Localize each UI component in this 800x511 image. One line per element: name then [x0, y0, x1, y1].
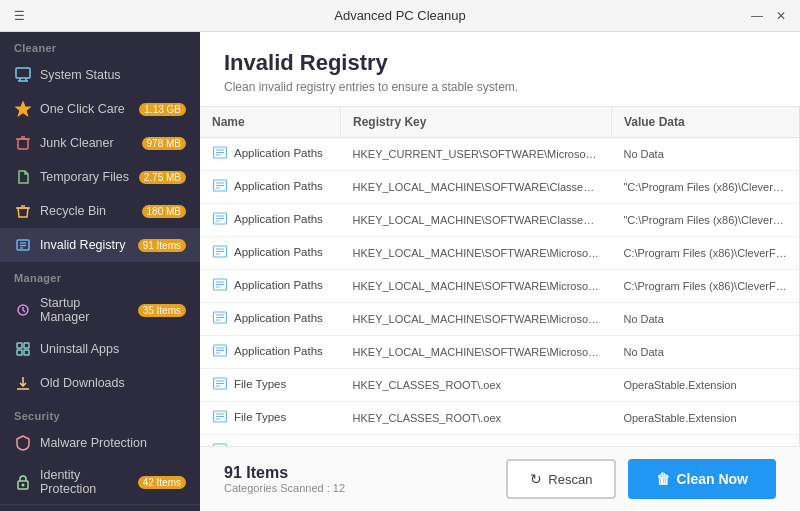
sidebar-item-identity-protection[interactable]: Identity Protection 42 Items [0, 460, 200, 504]
col-registry-key-header: Registry Key [341, 107, 612, 138]
clean-label: Clean Now [676, 471, 748, 487]
table-row: Application Paths HKEY_CURRENT_USER\SOFT… [200, 138, 799, 171]
sidebar-item-label: Startup Manager [40, 296, 130, 324]
cleaner-section-label: Cleaner [0, 32, 200, 58]
row-value-data: "C:\Program Files (x86)\CleverFile... [611, 171, 799, 204]
page-title: Invalid Registry [224, 50, 776, 76]
registry-row-icon [212, 376, 228, 392]
row-name-text: File Types [234, 378, 286, 390]
table-row: Application Paths HKEY_LOCAL_MACHINE\SOF… [200, 204, 799, 237]
svg-rect-15 [17, 343, 22, 348]
sidebar-item-label: Old Downloads [40, 376, 186, 390]
row-name: Application Paths [200, 171, 341, 204]
close-button[interactable]: ✕ [772, 7, 790, 25]
registry-row-icon [212, 211, 228, 227]
title-bar-left: ☰ [10, 7, 28, 25]
row-registry-key: HKEY_LOCAL_MACHINE\SOFTWARE\Classes\Appl… [341, 204, 612, 237]
col-name-header: Name [200, 107, 341, 138]
table-row: Application Paths HKEY_LOCAL_MACHINE\SOF… [200, 171, 799, 204]
sidebar-item-label: System Status [40, 68, 186, 82]
minimize-button[interactable]: — [748, 7, 766, 25]
page-subtitle: Clean invalid registry entries to ensure… [224, 80, 776, 94]
content-header: Invalid Registry Clean invalid registry … [200, 32, 800, 107]
row-value-data: No Data [611, 336, 799, 369]
registry-badge: 91 Items [138, 239, 186, 252]
sidebar-item-uninstall-apps[interactable]: Uninstall Apps [0, 332, 200, 366]
registry-table-container[interactable]: Name Registry Key Value Data [200, 107, 800, 446]
sidebar-item-malware-protection[interactable]: Malware Protection [0, 426, 200, 460]
monitor-icon [14, 66, 32, 84]
rescan-label: Rescan [548, 472, 592, 487]
row-name: Application Paths [200, 303, 341, 336]
rescan-button[interactable]: ↻ Rescan [506, 459, 616, 499]
row-value-data: "C:\Program Files (x86)\CleverFile... [611, 204, 799, 237]
row-name-text: Application Paths [234, 345, 323, 357]
sidebar-item-label: One Click Care [40, 102, 131, 116]
svg-rect-0 [16, 68, 30, 78]
row-value-data: OperaStable.Extension [611, 402, 799, 435]
registry-row-icon [212, 409, 228, 425]
row-registry-key: HKEY_LOCAL_MACHINE\SOFTWARE\Microsoft\Wi… [341, 270, 612, 303]
window-controls: — ✕ [748, 7, 790, 25]
clean-icon: 🗑 [656, 471, 670, 487]
svg-rect-18 [24, 350, 29, 355]
row-name-text: Application Paths [234, 147, 323, 159]
one-click-badge: 1.13 GB [139, 103, 186, 116]
registry-row-icon [212, 244, 228, 260]
content-footer: 91 Items Categories Scanned : 12 ↻ Resca… [200, 446, 800, 511]
svg-rect-17 [17, 350, 22, 355]
identity-badge: 42 Items [138, 476, 186, 489]
table-row: Application Paths HKEY_LOCAL_MACHINE\SOF… [200, 303, 799, 336]
sidebar-item-startup-manager[interactable]: Startup Manager 35 Items [0, 288, 200, 332]
sidebar-item-old-downloads[interactable]: Old Downloads [0, 366, 200, 400]
row-name: File Types [200, 435, 341, 447]
row-value-data: No Data [611, 138, 799, 171]
svg-rect-16 [24, 343, 29, 348]
sidebar-item-label: Identity Protection [40, 468, 130, 496]
svg-rect-5 [18, 139, 28, 149]
trash-icon [14, 134, 32, 152]
recycle-badge: 180 MB [142, 205, 186, 218]
row-name: Application Paths [200, 237, 341, 270]
row-name: File Types [200, 402, 341, 435]
junk-badge: 978 MB [142, 137, 186, 150]
registry-row-icon [212, 310, 228, 326]
row-registry-key: HKEY_CURRENT_USER\SOFTWARE\Microsoft\Win… [341, 138, 612, 171]
row-name-text: Application Paths [234, 312, 323, 324]
svg-marker-4 [16, 102, 30, 116]
sidebar-item-system-status[interactable]: System Status [0, 58, 200, 92]
menu-icon[interactable]: ☰ [10, 7, 28, 25]
table-row: File Types HKEY_CLASSES_ROOT\.oex OperaS… [200, 402, 799, 435]
sidebar-item-temporary-files[interactable]: Temporary Files 2.75 MB [0, 160, 200, 194]
row-name-text: File Types [234, 411, 286, 423]
clean-now-button[interactable]: 🗑 Clean Now [628, 459, 776, 499]
row-registry-key: HKEY_LOCAL_MACHINE\SOFTWARE\Microsoft\Wi… [341, 237, 612, 270]
row-name: File Types [200, 369, 341, 402]
footer-info: 91 Items Categories Scanned : 12 [224, 464, 345, 494]
row-name: Application Paths [200, 204, 341, 237]
sidebar-item-label: Invalid Registry [40, 238, 130, 252]
registry-row-icon [212, 178, 228, 194]
row-name-text: Application Paths [234, 213, 323, 225]
startup-icon [14, 301, 32, 319]
startup-badge: 35 Items [138, 304, 186, 317]
manager-section-label: Manager [0, 262, 200, 288]
table-row: Application Paths HKEY_LOCAL_MACHINE\SOF… [200, 336, 799, 369]
lock-icon [14, 473, 32, 491]
row-value-data: C:\Program Files (x86)\CleverFiles\... [611, 270, 799, 303]
items-count: 91 Items [224, 464, 345, 482]
row-value-data: OperaStable.Extension [611, 369, 799, 402]
table-row: File Types HKEY_CLASSES_ROOT\.oex OperaS… [200, 369, 799, 402]
sidebar-item-recycle-bin[interactable]: Recycle Bin 180 MB [0, 194, 200, 228]
star-icon [14, 100, 32, 118]
sidebar-item-one-click-care[interactable]: One Click Care 1.13 GB [0, 92, 200, 126]
row-registry-key: HKEY_LOCAL_MACHINE\SOFTWARE\Microsoft\Wi… [341, 303, 612, 336]
row-value-data: No Data [611, 303, 799, 336]
sidebar-item-invalid-registry[interactable]: Invalid Registry 91 Items [0, 228, 200, 262]
sidebar-item-junk-cleaner[interactable]: Junk Cleaner 978 MB [0, 126, 200, 160]
categories-scanned: Categories Scanned : 12 [224, 482, 345, 494]
row-registry-key: HKEY_LOCAL_MACHINE\SOFTWARE\Classes\Appl… [341, 171, 612, 204]
table-row: File Types HKEY_CLASSES_ROOT\.shtml shtm… [200, 435, 799, 447]
security-section-label: Security [0, 400, 200, 426]
app-title: Advanced PC Cleanup [334, 8, 466, 23]
